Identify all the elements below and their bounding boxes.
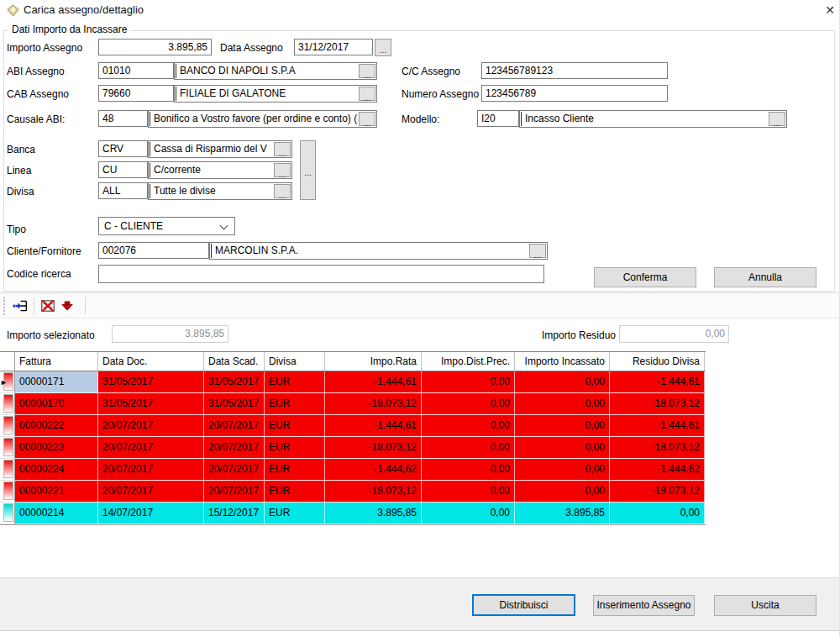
cliente-browse-button[interactable]: ... [529, 244, 546, 258]
table-cell[interactable]: 0,00 [422, 459, 515, 481]
table-row[interactable]: ►0000017131/05/201731/05/2017EUR-1.444,6… [0, 371, 706, 393]
table-cell[interactable]: 0,00 [422, 503, 515, 524]
table-cell[interactable]: 3.895,85 [325, 503, 422, 524]
table-cell[interactable]: 31/05/2017 [98, 393, 204, 415]
jump-to-record-button[interactable] [11, 297, 29, 315]
causale-code-input[interactable]: 48 [98, 110, 148, 127]
column-header[interactable]: Divisa [265, 352, 325, 371]
table-cell[interactable]: 20/07/2017 [204, 481, 265, 503]
row-gutter[interactable] [0, 437, 15, 459]
column-header[interactable]: Fattura [15, 352, 98, 371]
distribuisci-button[interactable]: Distribuisci [472, 594, 575, 616]
tipo-select[interactable]: C - CLIENTE [98, 217, 235, 235]
table-cell[interactable]: -18.073,12 [610, 437, 705, 459]
column-header[interactable]: Residuo Divisa [610, 352, 705, 371]
table-cell[interactable]: 0,00 [515, 459, 610, 481]
row-gutter[interactable] [0, 481, 15, 503]
abi-browse-button[interactable]: ... [359, 64, 375, 78]
table-cell[interactable]: EUR [265, 503, 325, 524]
table-cell[interactable]: 00000221 [15, 481, 98, 503]
table-cell[interactable]: 20/07/2017 [204, 415, 265, 437]
table-cell[interactable]: 0,00 [515, 371, 610, 393]
table-cell[interactable]: 20/07/2017 [204, 437, 265, 459]
table-cell[interactable]: 31/05/2017 [204, 393, 265, 415]
table-cell[interactable]: -1.444,62 [325, 459, 422, 481]
table-cell[interactable]: -18.073,12 [325, 481, 422, 503]
table-cell[interactable]: 20/07/2017 [98, 437, 204, 459]
table-cell[interactable]: 00000171 [15, 371, 98, 393]
table-cell[interactable]: 0,00 [515, 437, 610, 459]
divisa-code-input[interactable]: ALL [98, 182, 148, 199]
table-cell[interactable]: -1.444,62 [610, 459, 705, 481]
inserimento-assegno-button[interactable]: Inserimento Assegno [593, 595, 695, 616]
row-gutter[interactable] [0, 503, 15, 524]
banca-code-input[interactable]: CRV [98, 140, 148, 157]
toolbar-grip[interactable] [3, 297, 6, 315]
table-row[interactable]: 0000021414/07/201715/12/2017EUR3.895,850… [0, 503, 706, 524]
cc-assegno-input[interactable]: 123456789123 [481, 62, 668, 79]
distribute-button[interactable] [58, 297, 76, 315]
conferma-button[interactable]: Conferma [594, 267, 696, 287]
row-gutter[interactable] [0, 459, 15, 481]
uscita-button[interactable]: Uscita [714, 595, 816, 616]
linea-browse-button[interactable]: ... [274, 163, 291, 177]
annulla-button[interactable]: Annulla [714, 267, 816, 287]
table-cell[interactable]: 0,00 [515, 481, 610, 503]
table-cell[interactable]: 0,00 [422, 415, 515, 437]
table-cell[interactable]: -18.073,12 [325, 393, 422, 415]
data-assegno-input[interactable]: 31/12/2017 [294, 39, 373, 55]
table-row[interactable]: 0000022420/07/201720/07/2017EUR-1.444,62… [0, 459, 706, 481]
close-icon[interactable]: ✕ [822, 3, 837, 18]
table-cell[interactable]: -1.444,61 [325, 415, 422, 437]
cab-code-input[interactable]: 79660 [98, 85, 174, 102]
cliente-code-input[interactable]: 002076 [98, 242, 209, 259]
column-header[interactable]: Data Doc. [98, 352, 204, 371]
table-cell[interactable]: -1.444,61 [610, 371, 705, 393]
table-row[interactable]: 0000022120/07/201720/07/2017EUR-18.073,1… [0, 481, 706, 503]
table-cell[interactable]: 00000214 [15, 503, 98, 524]
table-cell[interactable]: EUR [265, 415, 325, 437]
table-cell[interactable]: 00000223 [15, 437, 98, 459]
table-cell[interactable]: 00000224 [15, 459, 98, 481]
linea-code-input[interactable]: CU [98, 161, 148, 178]
table-cell[interactable]: 0,00 [610, 503, 705, 524]
codice-ricerca-input[interactable] [98, 265, 544, 283]
table-row[interactable]: 0000017031/05/201731/05/2017EUR-18.073,1… [0, 393, 706, 415]
table-cell[interactable]: -18.073,12 [325, 437, 422, 459]
table-cell[interactable]: 0,00 [422, 437, 515, 459]
table-cell[interactable]: 0,00 [515, 415, 610, 437]
table-cell[interactable]: 0,00 [422, 371, 515, 393]
table-cell[interactable]: 0,00 [515, 393, 610, 415]
importo-assegno-input[interactable]: 3.895,85 [98, 39, 212, 55]
column-header[interactable]: Importo Incassato [515, 352, 610, 371]
banca-browse-button[interactable]: ... [274, 142, 291, 156]
column-header[interactable]: Impo.Rata [325, 352, 422, 371]
row-gutter[interactable]: ► [0, 371, 15, 393]
table-cell[interactable]: EUR [265, 437, 325, 459]
excel-export-button[interactable] [39, 297, 57, 315]
modello-code-input[interactable]: I20 [477, 110, 519, 127]
table-cell[interactable]: 00000170 [15, 393, 98, 415]
table-cell[interactable]: 0,00 [422, 481, 515, 503]
divisa-browse-button[interactable]: ... [274, 184, 291, 198]
column-header[interactable]: Data Scad. [204, 352, 265, 371]
row-gutter[interactable] [0, 393, 15, 415]
table-cell[interactable]: -18.073,12 [610, 393, 705, 415]
table-cell[interactable]: 31/05/2017 [98, 371, 204, 393]
table-cell[interactable]: -1.444,61 [610, 415, 705, 437]
table-cell[interactable]: 0,00 [422, 393, 515, 415]
table-cell[interactable]: 20/07/2017 [98, 415, 204, 437]
cab-browse-button[interactable]: ... [359, 87, 375, 101]
table-cell[interactable]: 20/07/2017 [204, 459, 265, 481]
table-cell[interactable]: EUR [265, 481, 325, 503]
table-cell[interactable]: 20/07/2017 [98, 481, 204, 503]
column-header[interactable]: Impo.Dist.Prec. [422, 352, 515, 371]
causale-browse-button[interactable]: ... [359, 112, 375, 126]
table-cell[interactable]: 20/07/2017 [98, 459, 204, 481]
table-cell[interactable]: -1.444,61 [325, 371, 422, 393]
table-row[interactable]: 0000022220/07/201720/07/2017EUR-1.444,61… [0, 415, 706, 437]
table-cell[interactable]: 3.895,85 [515, 503, 610, 524]
table-cell[interactable]: 00000222 [15, 415, 98, 437]
row-gutter[interactable] [0, 415, 15, 437]
table-row[interactable]: 0000022320/07/201720/07/2017EUR-18.073,1… [0, 437, 706, 459]
